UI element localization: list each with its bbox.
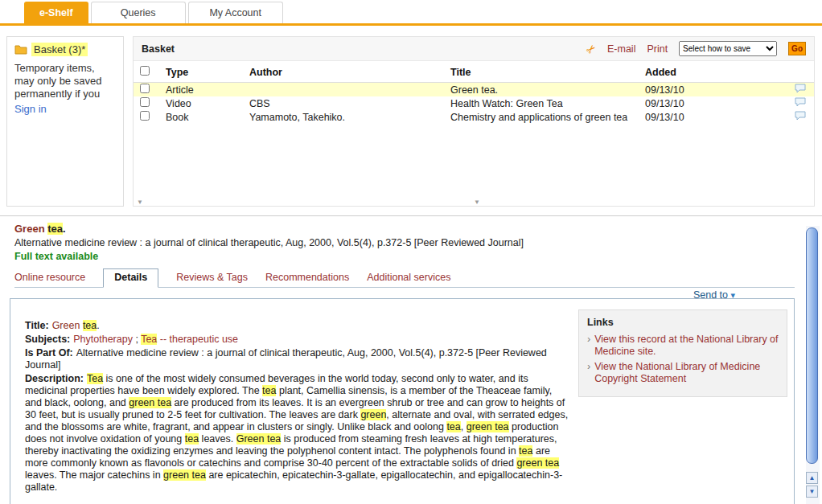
links-title: Links	[587, 317, 779, 328]
tab-my-account[interactable]: My Account	[188, 2, 283, 23]
link-arrow-icon: ›	[587, 334, 590, 358]
tab-queries[interactable]: Queries	[91, 2, 186, 23]
basket-panel: Basket ✂ E-mail Print Select how to save…	[133, 36, 815, 207]
basket-count-label: Basket (3)*	[31, 43, 88, 56]
table-header-row: Type Author Title Added	[134, 63, 814, 83]
basket-actions: ✂ E-mail Print Select how to save Go	[586, 41, 806, 56]
link-text[interactable]: View this record at the National Library…	[594, 334, 779, 358]
cell-author: CBS	[246, 96, 447, 110]
email-link[interactable]: E-mail	[607, 43, 635, 55]
field-is-part-of: Is Part Of:Alternative medicine review :…	[25, 347, 570, 371]
cell-added: 09/13/10	[642, 110, 787, 124]
cell-type: Video	[162, 96, 246, 110]
field-title: Title:Green tea.	[25, 320, 570, 332]
column-header-added[interactable]: Added	[642, 63, 787, 83]
main-tab-bar: e-Shelf Queries My Account	[0, 0, 822, 26]
field-description: Description:Tea is one of the most widel…	[25, 373, 570, 494]
basket-title: Basket	[142, 43, 175, 55]
field-value: Green tea.	[52, 320, 100, 331]
row-checkbox[interactable]	[140, 84, 150, 93]
basket-sidebar: Basket (3)* Temporary items, may only be…	[6, 36, 124, 207]
link-item[interactable]: › View this record at the National Libra…	[587, 334, 779, 358]
save-method-select[interactable]: Select how to save	[679, 41, 777, 56]
subject-links[interactable]: Phytotherapy ; Tea -- therapeutic use	[73, 334, 238, 345]
comment-icon[interactable]	[795, 111, 806, 121]
field-subjects: Subjects:Phytotherapy ; Tea -- therapeut…	[25, 334, 570, 346]
links-box: Links › View this record at the National…	[578, 309, 787, 397]
basket-folder-row[interactable]: Basket (3)*	[14, 43, 116, 56]
comment-icon[interactable]	[795, 97, 806, 107]
pane-scroll-icon[interactable]: ▼	[137, 199, 143, 206]
field-value: Tea is one of the most widely consumed b…	[25, 373, 568, 493]
tab-online-resource[interactable]: Online resource	[14, 269, 85, 287]
tab-recommendations[interactable]: Recommendations	[265, 269, 349, 287]
column-header-type[interactable]: Type	[162, 63, 246, 83]
cell-author: Yamamoto, Takehiko.	[246, 110, 447, 124]
sidebar-note: Temporary items, may only be saved perma…	[14, 62, 116, 100]
link-arrow-icon: ›	[587, 361, 590, 385]
record-title: Green tea.	[14, 223, 808, 235]
cell-title[interactable]: Chemistry and applications of green tea	[447, 110, 642, 124]
link-item[interactable]: › View the National Library of Medicine …	[587, 361, 779, 385]
pane-scroll-icon[interactable]: ▼	[474, 199, 480, 206]
field-label: Description:	[25, 373, 84, 384]
table-row[interactable]: Book Yamamoto, Takehiko. Chemistry and a…	[134, 110, 814, 124]
cell-type: Book	[162, 110, 246, 124]
record-header: Green tea. Alternative medicine review :…	[0, 216, 822, 262]
field-value: Alternative medicine review : a journal …	[25, 347, 547, 371]
cell-type: Article	[162, 83, 246, 97]
row-checkbox[interactable]	[140, 111, 150, 121]
field-label: Is Part Of:	[25, 347, 73, 359]
sign-in-link[interactable]: Sign in	[14, 103, 116, 115]
cell-title[interactable]: Green tea.	[447, 83, 642, 97]
column-header-author[interactable]: Author	[246, 63, 447, 83]
scrollbar-thumb[interactable]	[806, 227, 818, 464]
tab-e-shelf[interactable]: e-Shelf	[24, 2, 88, 23]
link-text[interactable]: View the National Library of Medicine Co…	[594, 361, 779, 385]
basket-table: Type Author Title Added Article Green te…	[134, 63, 814, 124]
basket-header: Basket ✂ E-mail Print Select how to save…	[134, 37, 814, 61]
record-source: Alternative medicine review : a journal …	[14, 237, 808, 248]
e-shelf-page: e-Shelf Queries My Account Basket (3)* T…	[0, 0, 822, 504]
go-button[interactable]: Go	[788, 42, 806, 55]
table-row[interactable]: Article Green tea. 09/13/10	[134, 83, 814, 97]
field-label: Subjects:	[25, 334, 70, 345]
details-content-box: Title:Green tea. Subjects:Phytotherapy ;…	[10, 298, 795, 504]
record-details-section: Green tea. Alternative medicine review :…	[0, 215, 822, 504]
cut-icon[interactable]: ✂	[583, 41, 599, 57]
vertical-scrollbar[interactable]: ▲ ▼	[806, 226, 820, 504]
folder-icon	[14, 44, 27, 55]
scroll-down-button[interactable]: ▼	[806, 486, 818, 498]
cell-added: 09/13/10	[642, 83, 787, 97]
column-header-title[interactable]: Title	[447, 63, 642, 83]
record-fields: Title:Green tea. Subjects:Phytotherapy ;…	[25, 320, 570, 495]
select-all-checkbox[interactable]	[140, 66, 150, 76]
full-text-availability: Full text available	[14, 251, 808, 262]
comment-icon[interactable]	[795, 84, 806, 93]
field-label: Title:	[25, 320, 49, 331]
cell-title[interactable]: Health Watch: Green Tea	[447, 96, 642, 110]
tab-reviews-tags[interactable]: Reviews & Tags	[176, 269, 248, 287]
table-row[interactable]: Video CBS Health Watch: Green Tea 09/13/…	[134, 96, 814, 110]
tab-details[interactable]: Details	[103, 268, 158, 288]
print-link[interactable]: Print	[647, 43, 668, 55]
tab-additional-services[interactable]: Additional services	[367, 269, 450, 287]
cell-author	[246, 83, 447, 97]
scroll-up-button[interactable]: ▲	[806, 472, 818, 484]
row-checkbox[interactable]	[140, 97, 150, 107]
cell-added: 09/13/10	[642, 96, 787, 110]
detail-tab-bar: Online resource Details Reviews & Tags R…	[14, 268, 795, 288]
